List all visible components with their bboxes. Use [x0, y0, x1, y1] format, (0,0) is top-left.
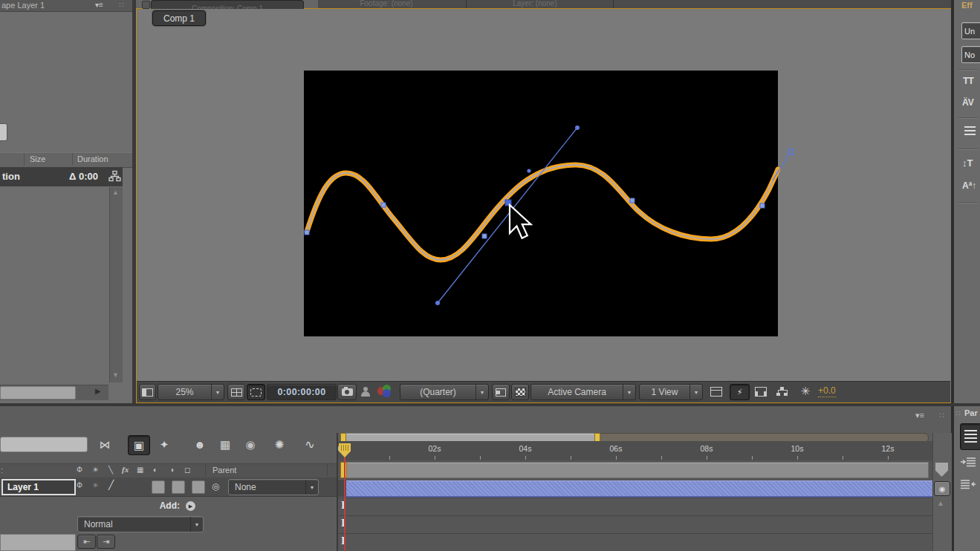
comp-flowchart-button[interactable] — [773, 384, 791, 399]
timeline-button[interactable] — [707, 384, 725, 399]
timeline-panel-menu-icon[interactable]: ▾≡ — [915, 411, 924, 420]
composition-canvas[interactable] — [304, 71, 778, 336]
add-property-button[interactable]: ▶ — [186, 501, 195, 511]
bottom-left-field[interactable] — [0, 534, 76, 551]
tab-composition[interactable]: Composition: Comp 1 — [151, 0, 304, 9]
out-point-button[interactable]: ⇥ — [97, 535, 115, 549]
column-divider — [327, 464, 328, 476]
vertical-scale-icon[interactable]: ↕T — [962, 157, 973, 169]
project-vscrollbar[interactable] — [109, 187, 123, 382]
resolution-value: (Quarter) — [400, 387, 476, 397]
camera-icon — [342, 388, 353, 396]
graph-editor-icon: ∿ — [305, 437, 314, 451]
font-dropdown-label: Un — [962, 27, 975, 36]
switch-header-fx-icon[interactable]: fx — [122, 465, 129, 474]
scroll-right-icon[interactable]: ▶ — [95, 387, 101, 395]
tab-divider — [466, 0, 467, 8]
parent-column-header[interactable]: Parent — [212, 466, 236, 475]
panel-grip-icon: ∷ — [939, 411, 944, 420]
magnification-dropdown[interactable]: 25% ▼ — [158, 384, 224, 400]
layer-duration-bar[interactable] — [346, 480, 932, 498]
layer-quality-switch[interactable]: ╱ — [108, 480, 114, 490]
timeline-search-input[interactable] — [0, 437, 88, 452]
align-left-button[interactable] — [960, 423, 980, 450]
region-of-interest-button[interactable] — [247, 384, 265, 400]
ruler-label: 08s — [695, 444, 718, 453]
column-size[interactable]: Size — [30, 154, 45, 163]
target-region-button[interactable] — [492, 384, 510, 400]
leading-icon[interactable] — [964, 126, 976, 135]
layer-marker-button[interactable]: ◉ — [934, 481, 950, 496]
lock-icon[interactable] — [142, 1, 150, 9]
switch-header-motion-blur-icon[interactable]: ◐ — [153, 466, 158, 474]
chevron-down-icon: ▼ — [623, 385, 635, 400]
view-layout-button[interactable] — [139, 384, 156, 400]
switch-header-frame-blend-icon[interactable]: ▦ — [137, 466, 143, 474]
tab-layer[interactable]: Layer: (none) — [476, 0, 594, 7]
comp-button[interactable]: Comp 1 — [152, 10, 206, 26]
layer-name-field[interactable]: Layer 1 — [1, 479, 76, 495]
show-snapshot-button[interactable] — [359, 384, 372, 399]
brainstorm-button[interactable]: ✺ — [269, 437, 290, 452]
comp-camera-button[interactable] — [752, 384, 770, 399]
layer-shy-switch[interactable]: Φ — [77, 481, 82, 489]
parent-pickwhip-icon[interactable]: ◎ — [212, 481, 219, 492]
font-size-icon[interactable]: TT — [963, 75, 973, 86]
fast-previews-button[interactable]: ⚡ — [730, 384, 750, 400]
hide-shy-layers-button[interactable]: ☻ — [190, 437, 210, 452]
column-duration[interactable]: Duration — [77, 154, 108, 163]
panel-menu-icon[interactable]: ▾≡ — [95, 1, 103, 9]
camera-view-value: Active Camera — [531, 387, 623, 397]
font-dropdown-fragment[interactable]: Un — [961, 22, 980, 39]
switch-header-shy-icon[interactable]: Φ — [77, 466, 82, 474]
effects-panel-tab[interactable]: Eff — [961, 1, 973, 10]
tab-footage[interactable]: Footage: (none) — [327, 0, 446, 7]
work-area-bar[interactable] — [346, 462, 929, 478]
tracking-icon[interactable]: ÄV — [962, 97, 973, 108]
panel-grip-icon: ∷ — [955, 409, 960, 417]
snapshot-button[interactable] — [337, 384, 357, 400]
view-count-dropdown[interactable]: 1 View ▼ — [639, 384, 703, 400]
safe-margins-button[interactable] — [227, 384, 245, 400]
camera-view-dropdown[interactable]: Active Camera ▼ — [530, 384, 636, 400]
graph-editor-button[interactable]: ∿ — [299, 437, 321, 452]
layer-switch-checkbox[interactable] — [192, 480, 205, 494]
resolution-dropdown[interactable]: (Quarter) ▼ — [400, 384, 489, 400]
hscroll-thumb[interactable] — [0, 386, 76, 400]
layer-collapse-switch[interactable]: ☀ — [92, 481, 99, 489]
parent-dropdown[interactable]: None ▼ — [228, 479, 319, 495]
mini-flowchart-button[interactable]: ⋈ — [95, 437, 114, 452]
reset-exposure-button[interactable]: ✳ — [796, 383, 814, 400]
blend-mode-dropdown[interactable]: Normal ▼ — [77, 516, 204, 532]
tab-divider — [613, 0, 614, 8]
indent-left-icon[interactable] — [960, 457, 976, 467]
indent-right-icon[interactable] — [960, 479, 976, 489]
timecode-display[interactable]: 0:00:00:00 — [267, 384, 337, 400]
scroll-up-icon[interactable]: ▲ — [937, 499, 944, 507]
chevron-down-icon: ▼ — [211, 385, 224, 400]
scroll-down-icon[interactable]: ▼ — [112, 371, 119, 379]
project-panel-title: ape Layer 1 — [1, 1, 45, 10]
exposure-value[interactable]: +0.0 — [818, 385, 836, 397]
add-label: Add: — [134, 501, 180, 511]
layer-switch-checkbox[interactable] — [152, 480, 165, 494]
switch-header-collapse-icon[interactable]: ☀ — [92, 466, 99, 474]
frame-blending-button[interactable]: ▦ — [215, 437, 235, 452]
paragraph-panel-title[interactable]: Par — [964, 408, 978, 417]
project-thumb-fragment[interactable] — [0, 123, 7, 141]
layer-switch-checkbox[interactable] — [172, 480, 185, 494]
magnification-value: 25% — [158, 387, 211, 397]
switch-header-quality-icon[interactable]: ╲ — [108, 466, 113, 474]
switch-header-adjustment-icon[interactable]: ◑ — [169, 466, 174, 474]
font-style-dropdown-fragment[interactable]: No — [961, 46, 980, 63]
switch-header-3d-icon[interactable]: ◻ — [184, 466, 190, 474]
show-channels-button[interactable] — [377, 385, 397, 398]
draft-3d-button[interactable]: ✦ — [155, 437, 174, 452]
in-point-button[interactable]: ⇤ — [77, 535, 96, 549]
cti-line[interactable] — [344, 457, 345, 551]
live-update-button[interactable]: ▣ — [128, 435, 150, 455]
scroll-up-icon[interactable]: ▲ — [112, 189, 119, 196]
baseline-shift-icon[interactable]: Aª↑ — [962, 180, 976, 191]
motion-blur-button[interactable]: ◉ — [241, 437, 260, 452]
transparency-grid-button[interactable] — [511, 384, 529, 400]
